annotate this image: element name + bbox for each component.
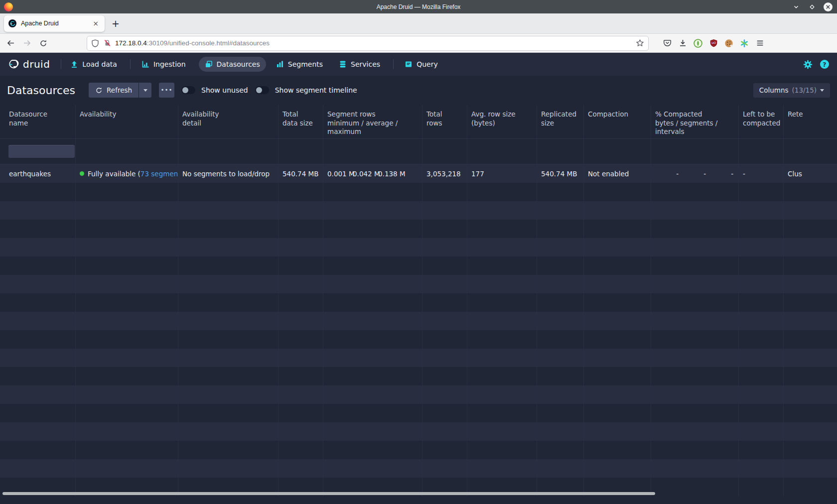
- datasources-icon: [205, 60, 213, 68]
- retention-cell[interactable]: Clus: [784, 164, 837, 183]
- show-segment-timeline-label: Show segment timeline: [275, 86, 357, 94]
- url-bar[interactable]: 172.18.0.4:30109/unified-console.html#da…: [87, 36, 649, 51]
- nav-item-segments[interactable]: Segments: [270, 57, 329, 72]
- chevron-down-icon: [143, 89, 147, 92]
- segment-rows-cell: 0.001 M 0.042 M 0.138 M: [323, 164, 422, 183]
- forward-icon[interactable]: [20, 36, 34, 50]
- druid-navbar: druid Load data Ingestion Datasources Se…: [0, 53, 837, 76]
- nav-item-label: Datasources: [217, 60, 260, 68]
- nav-item-load-data[interactable]: Load data: [64, 57, 123, 72]
- toggle-knob: [256, 87, 262, 93]
- druid-favicon-icon: [8, 19, 16, 27]
- horizontal-scrollbar[interactable]: [2, 492, 655, 495]
- pct-compacted-segments: -: [679, 170, 706, 178]
- tracking-shield-icon[interactable]: [91, 39, 99, 47]
- datasource-name-cell[interactable]: earthquakes: [0, 164, 76, 183]
- page-title: Datasources: [7, 84, 75, 97]
- pocket-icon[interactable]: [663, 39, 672, 48]
- tab-close-icon[interactable]: ×: [91, 19, 100, 27]
- columns-label: Columns: [759, 86, 789, 94]
- datasources-view: Datasources Refresh ••• Show unused Show…: [0, 76, 837, 504]
- segments-icon: [276, 60, 284, 68]
- tab-apache-druid[interactable]: Apache Druid ×: [4, 15, 105, 32]
- nav-separator: [61, 59, 61, 69]
- column-header-avg-row-size[interactable]: Avg. row size (bytes): [467, 105, 537, 138]
- left-to-be-compacted-cell: -: [739, 164, 784, 183]
- minimize-icon[interactable]: [791, 2, 801, 12]
- nav-item-label: Segments: [288, 60, 323, 68]
- column-header-availability[interactable]: Availability: [76, 105, 178, 138]
- nav-separator: [393, 59, 394, 69]
- column-header-total-data-size[interactable]: Total data size: [279, 105, 323, 138]
- total-rows-cell: 3,053,218: [422, 164, 467, 183]
- downloads-icon[interactable]: [678, 39, 687, 48]
- refresh-button[interactable]: Refresh: [89, 83, 139, 98]
- show-segment-timeline-toggle[interactable]: [255, 86, 269, 94]
- refresh-icon: [95, 87, 103, 94]
- maximize-icon[interactable]: [807, 2, 817, 12]
- view-control-bar: Datasources Refresh ••• Show unused Show…: [0, 76, 837, 105]
- table-header-row: Datasource name Availability Availabilit…: [0, 105, 837, 139]
- show-unused-toggle[interactable]: [181, 86, 195, 94]
- column-header-left-to-be-compacted[interactable]: Left to be compacted: [739, 105, 784, 138]
- column-header-retention[interactable]: Rete: [784, 105, 837, 138]
- more-actions-button[interactable]: •••: [159, 83, 174, 98]
- nav-item-datasources[interactable]: Datasources: [199, 57, 266, 72]
- nav-item-ingestion[interactable]: Ingestion: [136, 57, 192, 72]
- reload-icon[interactable]: [36, 36, 50, 50]
- settings-gear-icon[interactable]: [803, 60, 813, 69]
- svg-text:uO: uO: [711, 41, 716, 44]
- menu-hamburger-icon[interactable]: [755, 39, 764, 48]
- druid-logo-text: druid: [23, 58, 50, 70]
- extension-green-circle-icon[interactable]: [694, 39, 702, 48]
- tab-bar: Apache Druid × +: [0, 13, 837, 34]
- url-host: 172.18.0.4: [115, 39, 147, 47]
- services-icon: [339, 60, 347, 68]
- ublock-origin-icon[interactable]: uO: [709, 39, 718, 48]
- segment-rows-avg: 0.042 M: [353, 170, 378, 178]
- browser-toolbar: 172.18.0.4:30109/unified-console.html#da…: [0, 34, 837, 53]
- columns-button[interactable]: Columns (13/15): [753, 83, 830, 98]
- datasources-table: Datasource name Availability Availabilit…: [0, 105, 837, 496]
- datasource-filter-input[interactable]: [8, 145, 75, 158]
- compaction-cell[interactable]: Not enabled: [584, 164, 651, 183]
- nav-item-label: Ingestion: [153, 60, 186, 68]
- url-text[interactable]: 172.18.0.4:30109/unified-console.html#da…: [115, 39, 636, 47]
- table-row-earthquakes[interactable]: earthquakes Fully available (73 segments…: [0, 164, 837, 183]
- pct-compacted-intervals: -: [706, 170, 733, 178]
- window-titlebar[interactable]: Apache Druid — Mozilla Firefox: [0, 0, 837, 13]
- refresh-dropdown-button[interactable]: [139, 83, 151, 98]
- column-header-replicated-size[interactable]: Replicated size: [537, 105, 584, 138]
- bookmark-star-icon[interactable]: [636, 39, 644, 47]
- column-header-datasource-name[interactable]: Datasource name: [0, 105, 76, 138]
- avg-row-size-cell: 177: [467, 164, 537, 183]
- chevron-down-icon: [820, 89, 824, 92]
- segments-link[interactable]: 73 segments: [140, 170, 178, 178]
- cookie-extension-icon[interactable]: [724, 39, 733, 48]
- help-icon[interactable]: ?: [820, 60, 829, 69]
- druid-logo[interactable]: druid: [8, 58, 50, 70]
- tab-title: Apache Druid: [21, 20, 91, 27]
- nav-item-query[interactable]: Query: [399, 57, 444, 72]
- column-header-total-rows[interactable]: Total rows: [422, 105, 467, 138]
- column-header-pct-compacted[interactable]: % Compacted bytes / segments / intervals: [651, 105, 739, 138]
- replicated-size-cell: 540.74 MB: [537, 164, 584, 183]
- column-header-availability-detail[interactable]: Availability detail: [178, 105, 279, 138]
- show-unused-label: Show unused: [201, 86, 248, 94]
- availability-cell: Fully available (73 segments): [76, 164, 178, 183]
- new-tab-button[interactable]: +: [112, 18, 120, 29]
- nav-item-label: Load data: [82, 60, 117, 68]
- close-icon[interactable]: [823, 2, 833, 12]
- pct-compacted-bytes: -: [651, 170, 679, 178]
- insecure-lock-icon[interactable]: [104, 39, 111, 47]
- asterisk-extension-icon[interactable]: [740, 39, 749, 48]
- availability-text: Fully available (: [88, 170, 140, 178]
- refresh-label: Refresh: [107, 86, 132, 94]
- column-header-compaction[interactable]: Compaction: [584, 105, 651, 138]
- column-header-segment-rows[interactable]: Segment rows minimum / average / maximum: [323, 105, 422, 138]
- nav-item-services[interactable]: Services: [333, 57, 386, 72]
- load-data-icon: [70, 60, 78, 68]
- segment-rows-max: 0.138 M: [378, 170, 404, 178]
- toggle-knob: [182, 87, 188, 93]
- back-icon[interactable]: [3, 36, 17, 50]
